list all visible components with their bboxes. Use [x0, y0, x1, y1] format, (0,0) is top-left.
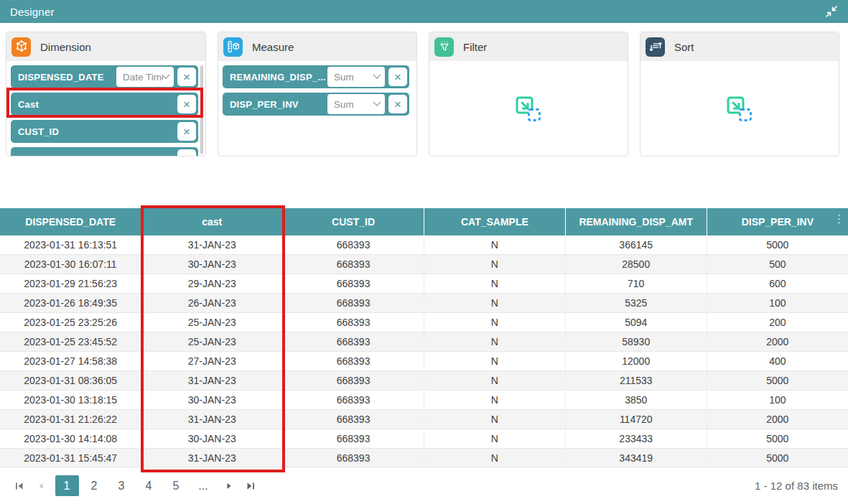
- table-cell: 668393: [283, 449, 424, 467]
- table-row[interactable]: 2023-01-27 14:58:3827-JAN-23668393N12000…: [0, 352, 848, 371]
- aggregation-select[interactable]: Sum: [327, 67, 385, 87]
- pager-status-text: 1 - 12 of 83 items: [755, 480, 838, 492]
- field-chip-remaining-disp[interactable]: REMAINING_DISP_...Sum×: [223, 65, 409, 88]
- remove-field-icon[interactable]: ×: [388, 95, 407, 113]
- table-cell: 12000: [565, 352, 707, 371]
- designer-window: Designer Dimension: [0, 0, 848, 504]
- table-cell: N: [424, 235, 565, 255]
- column-header-cast[interactable]: cast: [141, 208, 283, 235]
- table-row[interactable]: 2023-01-31 15:45:4731-JAN-23668393N34341…: [0, 449, 848, 467]
- table-row[interactable]: 2023-01-30 16:07:1130-JAN-23668393N28500…: [0, 255, 848, 274]
- page-button-2[interactable]: 2: [83, 475, 106, 496]
- filter-panel-header: Filter: [429, 32, 628, 61]
- table-cell: 2023-01-25 23:45:52: [0, 332, 141, 352]
- table-cell: 2023-01-29 21:56:23: [0, 274, 141, 294]
- page-button-3[interactable]: 3: [110, 475, 134, 496]
- field-chip-label: REMAINING_DISP_...: [230, 72, 327, 83]
- sort-panel-header: Sort: [640, 32, 839, 61]
- column-header-disp-per-inv[interactable]: DISP_PER_INV: [707, 208, 848, 235]
- table-cell: 5000: [707, 235, 848, 255]
- field-chip-cast[interactable]: Cast×: [11, 93, 198, 116]
- table-cell: 668393: [283, 391, 424, 410]
- table-row[interactable]: 2023-01-29 21:56:2329-JAN-23668393N71060…: [0, 274, 848, 294]
- dimension-panel: Dimension DISPENSED_DATEDate Time×Cast×C…: [6, 32, 206, 157]
- field-chip-label: CUST_ID: [18, 126, 177, 137]
- table-cell: 668393: [283, 235, 424, 255]
- page-number-list: 12345...: [53, 475, 217, 496]
- table-cell: 400: [707, 352, 848, 371]
- collapse-icon[interactable]: [825, 5, 838, 18]
- table-cell: 5325: [565, 294, 707, 313]
- table-row[interactable]: 2023-01-25 23:25:2625-JAN-23668393N50942…: [0, 313, 848, 332]
- page-button-4[interactable]: 4: [137, 475, 161, 496]
- remove-field-icon[interactable]: ×: [177, 149, 196, 157]
- remove-field-icon[interactable]: ×: [177, 95, 196, 113]
- table-cell: 668393: [283, 332, 424, 352]
- table-cell: 25-JAN-23: [141, 313, 283, 332]
- table-cell: N: [424, 391, 565, 410]
- table-cell: 500: [707, 255, 848, 274]
- next-page-button[interactable]: [220, 477, 238, 495]
- select-value: Sum: [334, 99, 374, 110]
- table-cell: 2023-01-27 14:58:38: [0, 352, 141, 371]
- table-cell: 2000: [707, 410, 848, 429]
- table-cell: 668393: [283, 255, 424, 274]
- page-button-5[interactable]: 5: [164, 475, 188, 496]
- titlebar: Designer: [0, 0, 848, 23]
- table-cell: 2023-01-30 16:07:11: [0, 255, 141, 274]
- page-button-current[interactable]: 1: [55, 475, 79, 496]
- chevron-down-icon: [162, 71, 169, 79]
- table-cell: N: [424, 332, 565, 352]
- pagination-bar: 12345... 1 - 12 of 83 items: [0, 467, 848, 504]
- page-button-[interactable]: ...: [192, 475, 215, 496]
- table-cell: 30-JAN-23: [141, 429, 283, 449]
- table-row[interactable]: 2023-01-30 13:18:1530-JAN-23668393N38501…: [0, 391, 848, 410]
- field-chip-label: DISPENSED_DATE: [18, 72, 116, 83]
- table-cell: 2023-01-31 15:45:47: [0, 449, 141, 467]
- table-cell: 100: [707, 294, 848, 313]
- field-chip-cust-id[interactable]: CUST_ID×: [11, 120, 198, 143]
- aggregation-select[interactable]: Sum: [327, 94, 385, 114]
- table-cell: 366145: [565, 235, 707, 255]
- last-page-button[interactable]: [241, 477, 260, 495]
- first-page-button[interactable]: [10, 477, 29, 495]
- table-cell: 668393: [283, 352, 424, 371]
- measure-panel: Measure REMAINING_DISP_...Sum×DISP_PER_I…: [218, 32, 417, 157]
- table-cell: N: [424, 410, 565, 429]
- table-row[interactable]: 2023-01-31 08:36:0531-JAN-23668393N21153…: [0, 371, 848, 391]
- table-row[interactable]: 2023-01-31 21:26:2231-JAN-23668393N11472…: [0, 410, 848, 429]
- table-cell: 668393: [283, 274, 424, 294]
- column-menu-icon[interactable]: ⋮: [834, 213, 844, 224]
- table-cell: 211533: [565, 371, 707, 391]
- previous-page-button[interactable]: [32, 477, 50, 495]
- results-table: DISPENSED_DATEcastCUST_IDCAT_SAMPLEREMAI…: [0, 208, 848, 467]
- column-header-remaining-disp-amt[interactable]: REMAINING_DISP_AMT: [565, 208, 707, 235]
- sort-dropzone[interactable]: [640, 61, 839, 157]
- table-row[interactable]: 2023-01-25 23:45:5225-JAN-23668393N58930…: [0, 332, 848, 352]
- column-header-cat-sample[interactable]: CAT_SAMPLE: [424, 208, 565, 235]
- table-cell: 2023-01-31 21:26:22: [0, 410, 141, 429]
- filter-dropzone[interactable]: [429, 61, 628, 157]
- dimension-list-scrollbar[interactable]: [200, 65, 203, 154]
- table-row[interactable]: 2023-01-26 18:49:3526-JAN-23668393N53251…: [0, 294, 848, 313]
- table-row[interactable]: 2023-01-30 14:14:0830-JAN-23668393N23343…: [0, 429, 848, 449]
- table-cell: N: [424, 371, 565, 391]
- table-cell: 114720: [565, 410, 707, 429]
- table-cell: 30-JAN-23: [141, 255, 283, 274]
- remove-field-icon[interactable]: ×: [177, 67, 196, 86]
- column-header-cust-id[interactable]: CUST_ID: [283, 208, 424, 235]
- field-chip-disp-per-inv[interactable]: DISP_PER_INVSum×: [223, 93, 409, 116]
- table-cell: 668393: [283, 313, 424, 332]
- table-cell: 31-JAN-23: [141, 449, 283, 467]
- field-chip-dispensed-date[interactable]: DISPENSED_DATEDate Time×: [11, 65, 198, 88]
- table-row[interactable]: 2023-01-31 16:13:5131-JAN-23668393N36614…: [0, 235, 848, 255]
- remove-field-icon[interactable]: ×: [388, 67, 407, 86]
- table-cell: 710: [565, 274, 707, 294]
- table-cell: N: [424, 255, 565, 274]
- table-cell: 29-JAN-23: [141, 274, 283, 294]
- field-chip-cat-sample[interactable]: CAT_SAMPLE×: [11, 147, 198, 157]
- date-format-select[interactable]: Date Time: [116, 67, 174, 87]
- measure-field-list: REMAINING_DISP_...Sum×DISP_PER_INVSum×: [218, 61, 416, 157]
- remove-field-icon[interactable]: ×: [177, 122, 196, 141]
- column-header-dispensed-date[interactable]: DISPENSED_DATE: [0, 208, 141, 235]
